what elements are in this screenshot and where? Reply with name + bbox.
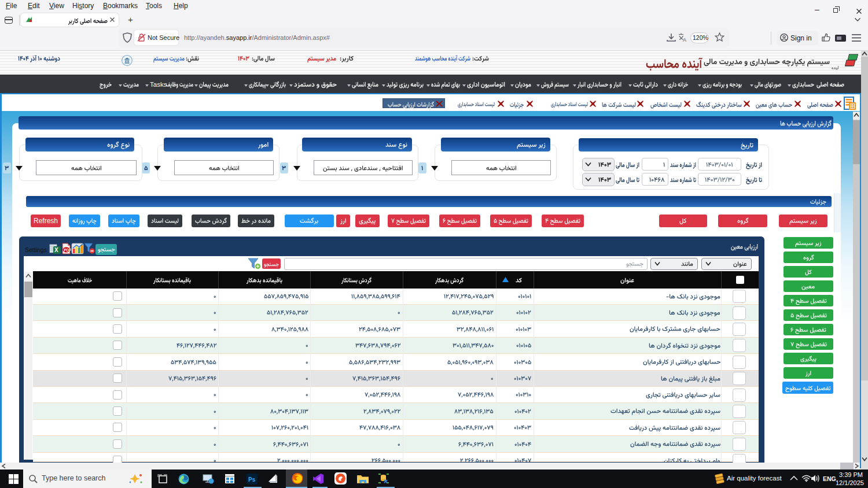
svg-text:Ps: Ps — [248, 476, 256, 483]
svg-text:A: A — [683, 37, 686, 43]
svg-text:X: X — [54, 247, 58, 253]
svg-text:PDF: PDF — [64, 248, 71, 252]
